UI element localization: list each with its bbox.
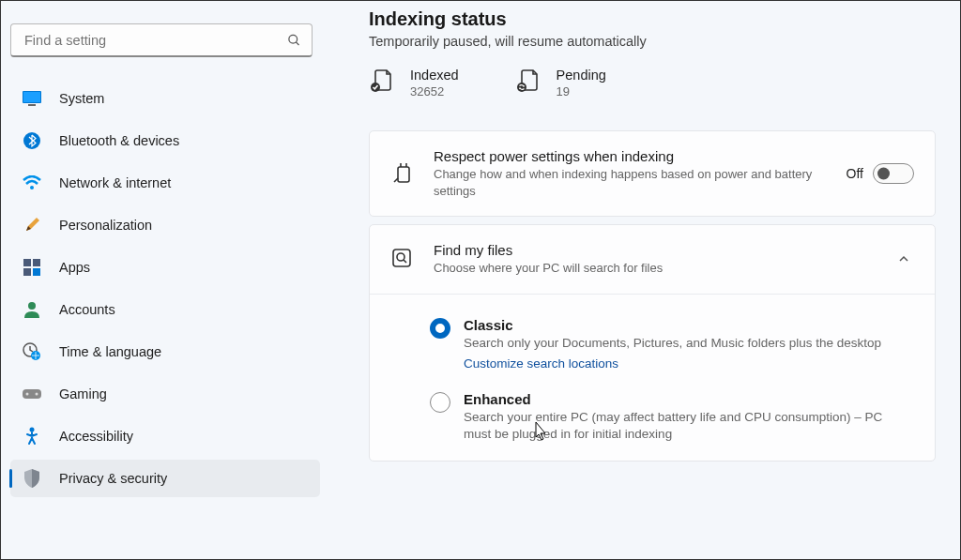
- sidebar-item-label: Network & internet: [59, 175, 171, 190]
- sidebar-item-label: Personalization: [59, 218, 152, 233]
- power-plug-icon: [390, 161, 415, 186]
- svg-rect-19: [398, 167, 409, 182]
- svg-point-24: [397, 253, 404, 261]
- sidebar-item-network[interactable]: Network & internet: [10, 164, 320, 202]
- file-sync-icon: [515, 68, 542, 94]
- svg-point-14: [26, 393, 29, 396]
- customize-locations-link[interactable]: Customize search locations: [464, 356, 618, 371]
- apps-icon: [22, 257, 42, 278]
- svg-point-6: [30, 186, 34, 189]
- stat-value: 32652: [410, 84, 459, 98]
- toggle-state-label: Off: [847, 166, 863, 181]
- page-title: Indexing status: [369, 8, 936, 30]
- card-title: Respect power settings when indexing: [434, 148, 828, 164]
- svg-line-1: [296, 42, 298, 45]
- wifi-icon: [22, 173, 42, 193]
- option-classic[interactable]: Classic Search only your Documents, Pict…: [430, 317, 912, 371]
- sidebar-item-accessibility[interactable]: Accessibility: [10, 417, 320, 455]
- search-field[interactable]: [10, 23, 313, 57]
- radio-classic[interactable]: [430, 318, 450, 339]
- option-enhanced[interactable]: Enhanced Search your entire PC (may affe…: [430, 391, 912, 445]
- option-desc: Search only your Documents, Pictures, an…: [464, 335, 881, 353]
- svg-rect-4: [28, 104, 36, 106]
- page-subtitle: Temporarily paused, will resume automati…: [369, 34, 936, 49]
- power-toggle[interactable]: [873, 163, 914, 184]
- sidebar-item-accounts[interactable]: Accounts: [10, 291, 320, 328]
- sidebar-item-privacy[interactable]: Privacy & security: [10, 460, 320, 497]
- accessibility-icon: [22, 426, 42, 446]
- card-title: Find my files: [434, 242, 875, 258]
- option-desc: Search your entire PC (may affect batter…: [464, 409, 912, 445]
- find-files-options: Classic Search only your Documents, Pict…: [370, 294, 935, 462]
- svg-rect-3: [23, 92, 40, 102]
- power-settings-card: Respect power settings when indexing Cha…: [369, 130, 936, 217]
- svg-point-0: [289, 35, 297, 43]
- sidebar-item-label: Apps: [59, 260, 90, 275]
- sidebar-item-personalization[interactable]: Personalization: [10, 206, 320, 244]
- stat-pending: Pending 19: [515, 68, 606, 98]
- svg-point-16: [30, 428, 35, 432]
- search-icon: [287, 34, 301, 48]
- sidebar-item-time[interactable]: Time & language: [10, 333, 320, 371]
- svg-rect-9: [23, 268, 31, 276]
- search-input[interactable]: [10, 23, 313, 57]
- find-my-files-card: Find my files Choose where your PC will …: [369, 224, 936, 462]
- sidebar-item-bluetooth[interactable]: Bluetooth & devices: [10, 122, 320, 159]
- sidebar-item-label: Privacy & security: [59, 471, 167, 486]
- person-icon: [22, 299, 42, 320]
- card-desc: Change how and when indexing happens bas…: [434, 166, 828, 199]
- card-desc: Choose where your PC will search for fil…: [434, 260, 875, 277]
- sidebar-item-gaming[interactable]: Gaming: [10, 375, 320, 413]
- stat-label: Indexed: [410, 68, 459, 83]
- stat-value: 19: [557, 84, 606, 98]
- shield-icon: [22, 468, 42, 489]
- sidebar-item-label: Time & language: [59, 344, 161, 359]
- radio-enhanced[interactable]: [430, 392, 450, 413]
- display-icon: [22, 88, 42, 109]
- svg-point-18: [517, 83, 526, 92]
- sidebar: System Bluetooth & devices Network & int…: [1, 1, 329, 559]
- sidebar-item-label: Accessibility: [59, 429, 133, 444]
- option-title: Classic: [464, 317, 881, 333]
- svg-point-11: [28, 302, 36, 310]
- sidebar-item-apps[interactable]: Apps: [10, 249, 320, 286]
- main-content: Indexing status Temporarily paused, will…: [329, 1, 960, 559]
- stat-indexed: Indexed 32652: [369, 68, 459, 98]
- option-title: Enhanced: [464, 391, 912, 407]
- chevron-up-icon: [893, 252, 914, 265]
- stat-label: Pending: [557, 68, 606, 83]
- file-check-icon: [369, 68, 395, 94]
- sidebar-item-label: Accounts: [59, 302, 115, 317]
- gamepad-icon: [22, 384, 42, 404]
- bluetooth-icon: [22, 130, 42, 151]
- sidebar-item-system[interactable]: System: [10, 80, 320, 117]
- search-page-icon: [390, 247, 415, 271]
- indexing-stats: Indexed 32652 Pending 19: [369, 68, 936, 98]
- svg-rect-7: [23, 259, 31, 266]
- find-my-files-header[interactable]: Find my files Choose where your PC will …: [370, 225, 935, 294]
- sidebar-item-label: Bluetooth & devices: [59, 133, 179, 148]
- svg-rect-8: [33, 259, 40, 266]
- clock-globe-icon: [22, 341, 42, 362]
- nav-list: System Bluetooth & devices Network & int…: [10, 80, 320, 497]
- power-toggle-group: Off: [847, 163, 914, 184]
- svg-rect-23: [393, 250, 410, 266]
- svg-point-15: [36, 393, 38, 396]
- sidebar-item-label: System: [59, 91, 104, 106]
- svg-rect-10: [33, 268, 40, 276]
- paintbrush-icon: [22, 215, 42, 235]
- sidebar-item-label: Gaming: [59, 386, 107, 401]
- svg-line-25: [404, 260, 406, 263]
